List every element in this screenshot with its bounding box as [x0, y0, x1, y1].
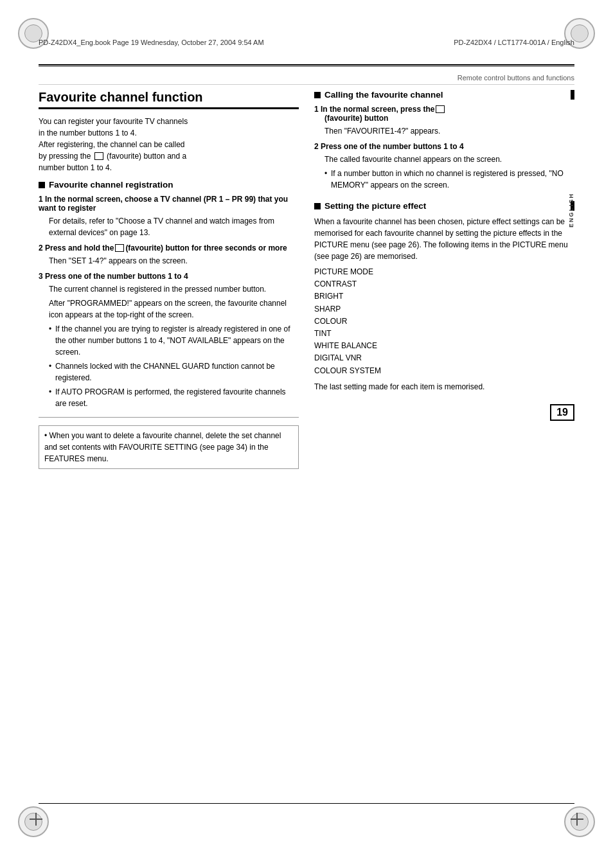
calling-step-1-title: 1 In the normal screen, press the(favour…	[314, 105, 574, 123]
section-header-text: Remote control buttons and functions	[458, 74, 574, 82]
page-number: 19	[550, 404, 574, 421]
bullet-3: If AUTO PROGRAM is performed, the regist…	[49, 386, 299, 409]
intro-line1: You can register your favourite TV chann…	[39, 117, 188, 126]
calling-step-2-body1: The called favourite channel appears on …	[314, 154, 574, 165]
doc-info: PD-Z42DX4_Eng.book Page 19 Wednesday, Oc…	[39, 39, 264, 46]
fav-icon-inline-intro	[94, 152, 103, 160]
calling-step-2: 2 Press one of the number buttons 1 to 4…	[314, 142, 574, 191]
step-1: 1 In the normal screen, choose a TV chan…	[39, 195, 299, 238]
bullet-2: Channels locked with the CHANNEL GUARD f…	[49, 360, 299, 384]
picture-item-6: WHITE BALANCE	[314, 340, 574, 352]
picture-item-2: BRIGHT	[314, 290, 574, 303]
picture-item-0: PICTURE MODE	[314, 266, 574, 278]
step-3-title: 3 Press one of the number buttons 1 to 4	[39, 272, 299, 281]
fav-icon-calling-step1	[436, 105, 445, 113]
bullet-1: If the channel you are trying to registe…	[49, 323, 299, 358]
calling-heading: Calling the favourite channel	[314, 90, 574, 100]
picture-item-3: SHARP	[314, 303, 574, 315]
calling-bullet-1: If a number button in which no channel i…	[324, 168, 574, 191]
content-area: Remote control buttons and functions Fav…	[39, 74, 574, 797]
step-3: 3 Press one of the number buttons 1 to 4…	[39, 272, 299, 409]
col-left: Favourite channel function You can regis…	[39, 90, 299, 469]
square-bullet-picture	[314, 203, 321, 209]
section-header-bar: Remote control buttons and functions	[39, 74, 574, 85]
square-bullet-calling	[314, 92, 321, 98]
note-box: • When you want to delete a favourite ch…	[39, 425, 299, 469]
picture-item-7: DIGITAL VNR	[314, 352, 574, 364]
picture-item-1: CONTRAST	[314, 278, 574, 290]
bottom-border-line	[39, 803, 574, 804]
step-1-body: For details, refer to "Choose a TV chann…	[39, 215, 299, 238]
picture-item-5: TINT	[314, 328, 574, 340]
step-2-title: 2 Press and hold the(favourite) button f…	[39, 244, 299, 252]
intro-text: You can register your favourite TV chann…	[39, 116, 299, 173]
calling-step-1-body: Then "FAVOURITE1-4?" appears.	[314, 125, 574, 137]
intro-line3: After registering, the channel can be ca…	[39, 140, 184, 149]
intro-line5: (favourite) button and a	[107, 152, 186, 161]
top-border-line	[39, 64, 574, 66]
picture-effect-intro: When a favourite channel has been chosen…	[314, 216, 574, 262]
picture-item-8: COLOUR SYSTEM	[314, 365, 574, 377]
intro-line2: in the number buttons 1 to 4.	[39, 128, 137, 137]
top-border-line-inner	[39, 66, 574, 67]
square-bullet-reg	[39, 182, 45, 188]
picture-item-4: COLOUR	[314, 315, 574, 328]
step-3-body1: The current channel is registered in the…	[39, 283, 299, 295]
step-1-title: 1 In the normal screen, choose a TV chan…	[39, 195, 299, 213]
picture-effect-heading: Setting the picture effect	[314, 201, 574, 211]
picture-items-list: PICTURE MODE CONTRAST BRIGHT SHARP COLOU…	[314, 266, 574, 377]
col-divider	[39, 417, 299, 418]
picture-effect-outro: The last setting made for each item is m…	[314, 381, 574, 393]
intro-line6: number button 1 to 4.	[39, 163, 112, 172]
model-info: PD-Z42DX4 / LCT1774-001A / English	[454, 39, 574, 46]
header: PD-Z42DX4_Eng.book Page 19 Wednesday, Oc…	[39, 39, 574, 46]
step-3-bullets: If the channel you are trying to registe…	[39, 323, 299, 409]
calling-step-1: 1 In the normal screen, press the(favour…	[314, 105, 574, 137]
step-3-body2: After "PROGRAMMED!" appears on the scree…	[39, 297, 299, 321]
registration-heading: Favourite channel registration	[39, 180, 299, 190]
calling-step-2-bullets: If a number button in which no channel i…	[314, 168, 574, 191]
intro-line4: by pressing the	[39, 152, 91, 161]
step-2: 2 Press and hold the(favourite) button f…	[39, 244, 299, 267]
step-2-body: Then "SET 1-4?" appears on the screen.	[39, 255, 299, 267]
vertical-english-label: ENGLISH	[568, 193, 574, 227]
main-section-title: Favourite channel function	[39, 90, 299, 109]
calling-step-2-title: 2 Press one of the number buttons 1 to 4	[314, 142, 574, 151]
col-right: Calling the favourite channel 1 In the n…	[314, 90, 574, 469]
two-col-layout: Favourite channel function You can regis…	[39, 90, 574, 469]
fav-icon-step2	[115, 244, 124, 252]
